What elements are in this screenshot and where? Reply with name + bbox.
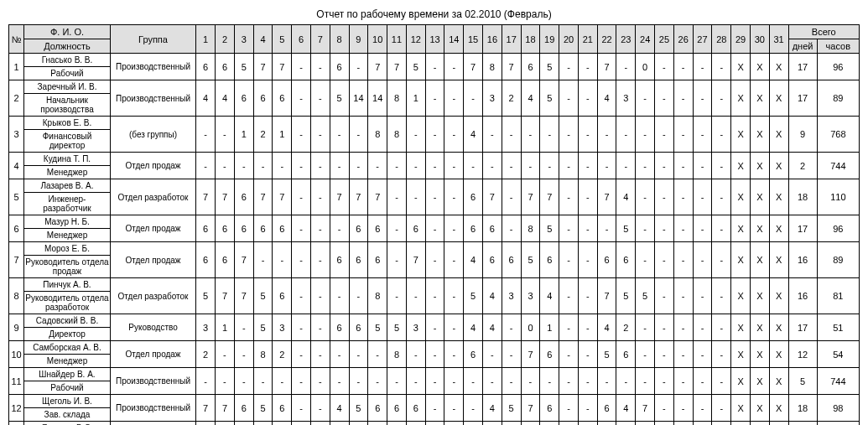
cell: 7	[253, 179, 273, 215]
cell: 0	[636, 54, 655, 80]
cell: 6	[273, 215, 292, 242]
cell: -	[310, 117, 330, 153]
cell: -	[310, 54, 330, 80]
cell: X	[731, 314, 751, 341]
report-title: Отчет по рабочему времени за 02.2010 (Фе…	[8, 8, 860, 20]
cell: 4	[330, 395, 349, 422]
cell: 5	[597, 341, 616, 368]
cell: -	[693, 80, 712, 117]
cell: X	[750, 215, 769, 242]
cell: -	[578, 314, 597, 341]
col-day: 14	[444, 25, 464, 54]
cell: -	[559, 242, 579, 278]
cell: 3	[387, 422, 407, 426]
cell: 5	[330, 80, 349, 117]
cell: 6	[464, 215, 483, 242]
cell: -	[216, 153, 235, 179]
cell: 14	[368, 80, 387, 117]
cell: -	[693, 341, 712, 368]
cell: -	[673, 179, 693, 215]
cell: 4	[616, 179, 636, 215]
cell: -	[693, 314, 712, 341]
cell: X	[769, 242, 788, 278]
cell: 6	[234, 215, 253, 242]
cell: -	[330, 422, 349, 426]
cell: Зав. склада	[24, 408, 111, 422]
cell: X	[731, 117, 751, 153]
cell: X	[769, 395, 788, 422]
cell: 7	[597, 179, 616, 215]
cell: -	[425, 341, 444, 368]
col-day: 30	[750, 25, 769, 54]
cell: Производственный	[110, 368, 196, 395]
cell: 6	[483, 215, 502, 242]
cell: -	[712, 314, 731, 341]
cell: -	[559, 117, 579, 153]
cell: 2	[273, 341, 292, 368]
cell: 5	[616, 278, 636, 314]
col-day: 2	[216, 25, 235, 54]
cell: 6	[234, 422, 253, 426]
cell: 4	[521, 80, 540, 117]
cell: 4	[483, 395, 502, 422]
cell: -	[616, 368, 636, 395]
cell: -	[712, 117, 731, 153]
cell: -	[636, 341, 655, 368]
table-row: 6Мазур Н. Б.Отдел продаж66666---66-6--66…	[9, 215, 860, 229]
cell: -	[540, 153, 559, 179]
cell: 4	[464, 242, 483, 278]
cell: -	[387, 179, 407, 215]
cell: 5	[253, 278, 273, 314]
cell: -	[444, 278, 464, 314]
cell: Шнайдер В. А.	[24, 368, 111, 381]
cell: -	[292, 80, 311, 117]
cell: Пинчук А. В.	[24, 278, 111, 292]
cell: -	[425, 278, 444, 314]
cell: -	[502, 215, 521, 242]
cell: Мороз Е. Б.	[24, 242, 111, 256]
cell: -	[349, 278, 368, 314]
cell: -	[483, 368, 502, 395]
cell: 16	[788, 242, 817, 278]
cell: 81	[817, 278, 859, 314]
cell: Крыков Е. В.	[24, 117, 111, 130]
cell: 7	[9, 242, 24, 278]
cell: Отдел разработок	[110, 278, 196, 314]
cell: 2	[616, 314, 636, 341]
cell: X	[750, 242, 769, 278]
cell: X	[750, 54, 769, 80]
cell: 7	[387, 54, 407, 80]
cell: 6	[330, 242, 349, 278]
cell: -	[444, 179, 464, 215]
cell: X	[769, 153, 788, 179]
cell: -	[597, 368, 616, 395]
cell: X	[769, 341, 788, 368]
cell: -	[673, 54, 693, 80]
cell: -	[444, 368, 464, 395]
cell: -	[216, 341, 235, 368]
cell: -	[655, 117, 674, 153]
col-day: 13	[425, 25, 444, 54]
cell: 5	[540, 215, 559, 242]
cell: X	[750, 153, 769, 179]
cell: X	[750, 341, 769, 368]
cell: 4	[483, 314, 502, 341]
cell: -	[483, 117, 502, 153]
cell: 6	[502, 242, 521, 278]
cell: -	[636, 153, 655, 179]
cell: 5	[273, 422, 292, 426]
table-row: 8Пинчук А. В.Отдел разработок57756----8-…	[9, 278, 860, 292]
cell: -	[712, 422, 731, 426]
cell: 6	[273, 395, 292, 422]
cell: 16	[788, 422, 817, 426]
cell: 7	[349, 179, 368, 215]
cell: -	[444, 80, 464, 117]
cell: 4	[483, 278, 502, 314]
cell: -	[673, 395, 693, 422]
cell: 2	[636, 422, 655, 426]
cell: 110	[817, 179, 859, 215]
cell: -	[425, 153, 444, 179]
cell: 7	[216, 278, 235, 314]
cell: -	[712, 395, 731, 422]
cell: 4	[540, 278, 559, 314]
